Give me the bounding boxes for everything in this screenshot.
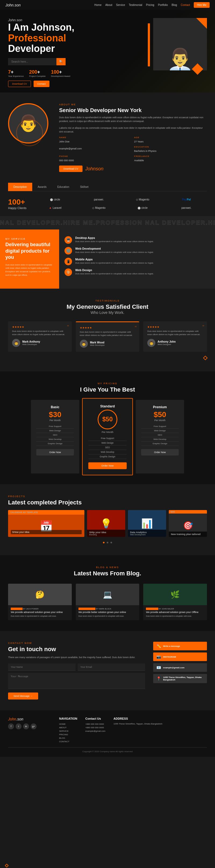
nav-contact[interactable]: Contact: [181, 3, 190, 6]
tab-awards[interactable]: Awards: [32, 183, 52, 191]
blog-grid: 🤔 JUNE 2020 BY JACK POWER We provide adv…: [8, 584, 207, 620]
nav-logo: John.son: [5, 3, 21, 7]
basic-feature-3: SEO: [36, 433, 74, 437]
hire-me-button[interactable]: Hire Me: [194, 2, 210, 8]
contact-name-input[interactable]: [8, 663, 75, 671]
test-role-1: Web Developer: [22, 343, 40, 346]
footer-phone-1: +880 000 000 0000: [85, 722, 105, 726]
testimonial-2: " ★★★★★ Duis duis lorem dolor in eprehen…: [76, 321, 140, 352]
email-icon: 📧: [156, 665, 161, 670]
about-download-button[interactable]: Download CV: [59, 165, 83, 172]
footer-nav-blog[interactable]: BLOG: [59, 736, 77, 740]
testimonials-section: TESTIMONIALS My Generous Satisfied Clien…: [0, 289, 215, 371]
contact-section-label: CONTACT NOW: [8, 642, 145, 644]
test-text-1: Duis duis lorem dolor in eprehenderit in…: [12, 330, 68, 336]
nav-blog[interactable]: Blog: [172, 3, 177, 6]
brand-circle-2: ⬤ circle: [122, 205, 163, 211]
social-twitter[interactable]: t: [16, 723, 22, 729]
search-button[interactable]: 🔍: [56, 58, 66, 65]
testimonials-grid: " ★★★★★ Duis duis lorem dolor in eprehen…: [8, 321, 207, 352]
blog-content-2: FEBRUARY 2020 BY MARK BLOCK We provide b…: [76, 605, 140, 620]
project-2[interactable]: 💡 SHip your idea Branding: [87, 510, 125, 537]
footer-nav-contact[interactable]: CONTACT: [59, 740, 77, 743]
project-3-overlay: Data Analytics Web Development: [128, 530, 166, 537]
blog-post-1[interactable]: 🤔 JUNE 2020 BY JACK POWER We provide adv…: [8, 584, 72, 620]
about-education: EDUCATION Bachelors in Physics: [134, 146, 207, 153]
about-email-value: example@gmail.com: [59, 147, 82, 150]
test-name-3: Anthony John: [157, 340, 176, 343]
premium-order-button[interactable]: Order Now: [141, 449, 179, 456]
tabs-bar: Description Awards Education Skillset: [8, 183, 207, 191]
copyright-text: Copyright © 2020 Company name All rights…: [83, 750, 133, 753]
testimonial-3: " ★★★★★ Duis duis lorem dolor in eprehen…: [143, 321, 207, 352]
dot-2[interactable]: [107, 542, 108, 544]
standard-order-button[interactable]: Order Now: [88, 463, 127, 469]
stars-2: ★★★★★: [80, 326, 135, 329]
contact-message-input[interactable]: [8, 673, 145, 689]
tab-skillset[interactable]: Skillset: [75, 183, 94, 191]
contact-button[interactable]: Contact: [34, 81, 50, 87]
footer-nav-home[interactable]: HOME: [59, 722, 77, 726]
hero-greeting: John.son: [8, 18, 148, 22]
dot-3[interactable]: [111, 542, 112, 544]
nav-service[interactable]: Service: [116, 3, 125, 6]
footer: John.son f t in g+ NAVIGATION HOME ABOUT…: [0, 710, 215, 757]
footer-nav-service[interactable]: SERVICE: [59, 729, 77, 733]
download-cv-button[interactable]: Download CV: [8, 81, 31, 87]
pricing-standard: Standard $50 Per Month Free Support Web …: [82, 398, 133, 475]
nav-portfolio[interactable]: Portfolio: [158, 3, 168, 6]
footer-nav-list: HOME ABOUT SERVICE PRICING BLOG CONTACT: [59, 722, 77, 743]
basic-order-button[interactable]: Order Now: [36, 449, 74, 456]
contact-desc: There are many variations of passages of…: [8, 655, 145, 659]
pricing-premium: Premium $50 Per Month Free Support Web D…: [136, 400, 184, 473]
service-desktop-info: Desktop Apps Duis duis lorem dolor in ep…: [75, 236, 154, 243]
address-icon: 📍: [156, 676, 161, 681]
project-4[interactable]: NEW 🎯 New training plan tailored: [169, 510, 207, 537]
project-3[interactable]: 📊 Data Analytics Web Development: [128, 510, 166, 537]
tabs-section: Description Awards Education Skillset: [0, 183, 215, 191]
footer-nav-pricing[interactable]: PRICING: [59, 733, 77, 736]
test-name-1: Mark Anthony: [22, 340, 40, 343]
basic-plan-name: Basic: [36, 405, 74, 409]
brand-parxwei-2: parxwei.: [166, 205, 207, 211]
nav-testimonial[interactable]: Testimonial: [129, 3, 142, 6]
about-desc-2: Laboris nisi ut aliquip ex ea commodo co…: [59, 126, 207, 134]
tab-description[interactable]: Description: [8, 183, 32, 191]
social-facebook[interactable]: f: [8, 723, 14, 729]
mobile-icon: 📱: [64, 258, 72, 265]
project-1[interactable]: CALENDAR AD TEMPLATE 📅 SHow your Idea: [8, 510, 84, 537]
about-desc-1: Duis duis lorem dolor in eprehenderit in…: [59, 116, 207, 123]
footer-contact-title: Contact Us: [85, 717, 105, 720]
nav-about[interactable]: About: [105, 3, 112, 6]
clients-number: 100+: [8, 198, 26, 206]
contact-submit-button[interactable]: Send Message →: [8, 692, 38, 700]
social-linkedin[interactable]: in: [23, 723, 29, 729]
contact-email-input[interactable]: [78, 663, 145, 671]
contact-address-text: 1055 These StreetRes, Tapyan, Dhaka Bang…: [163, 676, 204, 681]
hero-buttons: Download CV Contact: [8, 81, 148, 87]
dot-1[interactable]: [103, 542, 104, 544]
social-google[interactable]: g+: [31, 723, 36, 729]
about-name: NAME John Doe: [59, 136, 132, 144]
search-input[interactable]: [8, 58, 56, 65]
contact-message-text: Write a message: [163, 645, 180, 647]
design-icon: 🎨: [64, 269, 72, 276]
test-author-info-1: Mark Anthony Web Developer: [22, 340, 40, 346]
footer-bottom: Copyright © 2020 Company name All rights…: [8, 747, 207, 753]
footer-nav-about[interactable]: ABOUT: [59, 726, 77, 729]
projects-section: PROJECTS Latest completed Projects CALEN…: [0, 484, 215, 555]
blog-img-2: 💻: [76, 584, 140, 605]
blog-post-2[interactable]: 💻 FEBRUARY 2020 BY MARK BLOCK We provide…: [76, 584, 140, 620]
basic-period: Per Month: [36, 419, 74, 422]
nav-pricing[interactable]: Pricing: [146, 3, 154, 6]
pricing-title: I Give You The Best: [8, 386, 207, 393]
stat-experience: 7+ Year Experience: [8, 69, 24, 78]
blog-post-3[interactable]: 🌿 APRIL 2020 BY JOHN MAJOR We provide ad…: [143, 584, 207, 620]
basic-feature-2: Web Design: [36, 429, 74, 433]
nav-home[interactable]: Home: [94, 3, 101, 6]
form-row-1: [8, 663, 145, 671]
basic-price: $30: [36, 410, 74, 419]
contact-email-info: 📧 example@gmail.com: [153, 663, 207, 672]
pricing-basic: Basic $30 Per Month Free Support Web Des…: [31, 400, 79, 473]
tab-education[interactable]: Education: [52, 183, 74, 191]
